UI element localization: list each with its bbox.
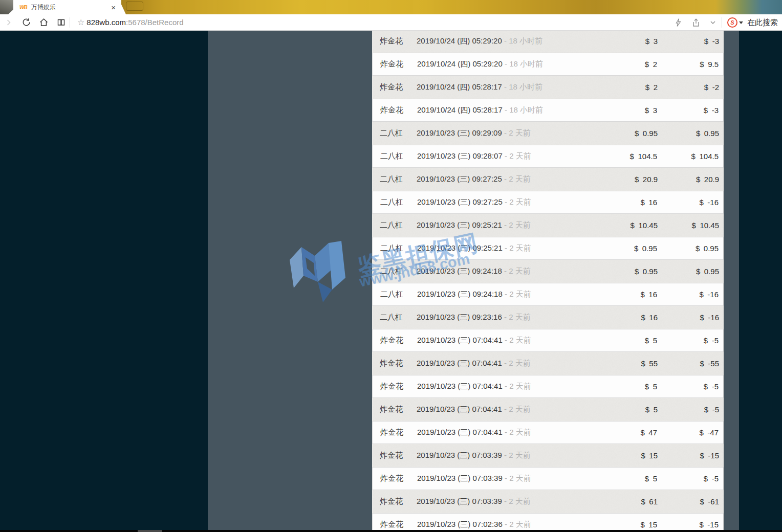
win-loss-amount: $ -3 — [658, 37, 719, 46]
relative-time: - 2 天前 — [502, 174, 531, 183]
relative-time: - 18 小时前 — [503, 59, 543, 68]
relative-time: - 2 天前 — [502, 405, 531, 413]
desktop-wallpaper — [118, 0, 782, 14]
bet-record-row: 二八杠 2019/10/23 (三) 09:23:16 - 2 天前 $ 16 … — [372, 306, 724, 329]
bottom-edge-bar — [0, 530, 782, 532]
win-loss-amount: $ -47 — [657, 428, 719, 437]
bet-amount: $ 20.9 — [606, 175, 658, 184]
home-icon[interactable] — [35, 14, 52, 31]
relative-time: - 18 小时前 — [503, 105, 543, 114]
bet-amount: $ 5 — [606, 336, 657, 345]
win-loss-amount: $ 20.9 — [658, 175, 719, 184]
bet-record-row: 炸金花 2019/10/23 (三) 07:04:41 - 2 天前 $ 55 … — [372, 352, 724, 375]
bet-amount: $ 47 — [606, 428, 657, 437]
page-background-left — [0, 31, 208, 530]
game-name: 炸金花 — [380, 520, 417, 529]
bet-record-row: 炸金花 2019/10/23 (三) 07:03:39 - 2 天前 $ 15 … — [372, 444, 724, 467]
url-path: :5678/BetRecord — [126, 18, 184, 27]
bet-amount: $ 5 — [606, 382, 657, 391]
share-icon[interactable] — [687, 14, 704, 31]
reading-list-icon[interactable] — [52, 14, 70, 31]
bet-amount: $ 16 — [606, 198, 657, 207]
bet-amount: $ 104.5 — [606, 152, 657, 161]
bet-record-row: 炸金花 2019/10/23 (三) 07:03:39 - 2 天前 $ 61 … — [372, 490, 724, 513]
page-background-right — [739, 31, 782, 530]
bet-amount: $ 15 — [606, 451, 658, 460]
bet-amount: $ 16 — [606, 313, 658, 322]
browser-tab[interactable]: WB 万博娱乐 × — [13, 0, 121, 14]
relative-time: - 2 天前 — [503, 382, 531, 390]
lightning-icon[interactable] — [669, 14, 687, 31]
site-favicon-icon: WB — [19, 5, 27, 10]
game-name: 炸金花 — [380, 336, 417, 345]
bet-record-row: 二八杠 2019/10/23 (三) 09:25:21 - 2 天前 $ 10.… — [372, 214, 724, 237]
bet-datetime: 2019/10/23 (三) 09:25:21 - 2 天前 — [417, 220, 606, 230]
game-name: 二八杠 — [380, 197, 417, 207]
bet-record-row: 炸金花 2019/10/23 (三) 07:04:41 - 2 天前 $ 5 $… — [372, 329, 724, 352]
relative-time: - 2 天前 — [503, 197, 531, 206]
game-name: 炸金花 — [380, 451, 417, 460]
bet-record-row: 二八杠 2019/10/23 (三) 09:29:09 - 2 天前 $ 0.9… — [372, 122, 724, 145]
win-loss-amount: $ 104.5 — [657, 152, 719, 161]
chevron-down-icon[interactable] — [704, 14, 722, 31]
relative-time: - 2 天前 — [502, 220, 531, 229]
bet-datetime: 2019/10/23 (三) 09:27:25 - 2 天前 — [417, 197, 606, 207]
game-name: 炸金花 — [380, 382, 417, 391]
game-name: 炸金花 — [380, 82, 417, 92]
refresh-icon[interactable] — [17, 14, 35, 31]
bet-datetime: 2019/10/24 (四) 05:28:17 - 18 小时前 — [417, 105, 606, 115]
win-loss-amount: $ 10.45 — [658, 221, 719, 230]
forward-chevron-icon[interactable] — [0, 14, 17, 31]
bet-datetime: 2019/10/24 (四) 05:29:20 - 18 小时前 — [417, 59, 606, 69]
toolbar-right-cluster: S 在此搜索 — [669, 14, 781, 31]
relative-time: - 2 天前 — [503, 474, 531, 482]
win-loss-amount: $ -16 — [657, 290, 719, 299]
search-box[interactable]: 在此搜索 — [747, 18, 778, 28]
game-name: 炸金花 — [380, 59, 417, 69]
relative-time: - 18 小时前 — [502, 82, 542, 91]
bet-amount: $ 10.45 — [606, 221, 658, 230]
search-engine-caret-icon[interactable] — [739, 21, 743, 24]
new-tab-button[interactable] — [126, 2, 143, 11]
favorite-star-icon[interactable]: ☆ — [77, 17, 84, 27]
game-name: 炸金花 — [380, 428, 417, 437]
bet-datetime: 2019/10/23 (三) 07:04:41 - 2 天前 — [417, 359, 606, 368]
bet-amount: $ 0.95 — [606, 267, 658, 276]
bet-amount: $ 2 — [606, 60, 657, 69]
bet-datetime: 2019/10/23 (三) 07:04:41 - 2 天前 — [417, 405, 606, 414]
address-bar[interactable]: 828wb.com:5678/BetRecord — [86, 18, 183, 27]
bet-record-row: 炸金花 2019/10/23 (三) 07:03:39 - 2 天前 $ 5 $… — [372, 467, 724, 490]
game-name: 二八杠 — [380, 151, 417, 161]
win-loss-amount: $ -55 — [658, 359, 719, 368]
bet-amount: $ 0.95 — [606, 244, 657, 253]
bet-record-row: 炸金花 2019/10/24 (四) 05:28:17 - 18 小时前 $ 2… — [372, 76, 724, 99]
win-loss-amount: $ -16 — [658, 313, 719, 322]
bet-record-row: 二八杠 2019/10/23 (三) 09:27:25 - 2 天前 $ 16 … — [372, 191, 724, 214]
bet-amount: $ 55 — [606, 359, 658, 368]
bet-amount: $ 3 — [606, 37, 658, 46]
win-loss-amount: $ 0.95 — [658, 267, 719, 276]
win-loss-amount: $ 0.95 — [657, 244, 719, 253]
sogou-search-icon[interactable]: S — [727, 17, 737, 28]
browser-toolbar: ☆ 828wb.com:5678/BetRecord S 在此搜索 — [0, 14, 782, 31]
game-name: 二八杠 — [380, 290, 417, 299]
bet-record-page: 炸金花 2019/10/24 (四) 05:29:20 - 18 小时前 $ 3… — [0, 31, 782, 530]
bet-amount: $ 3 — [606, 106, 657, 115]
bet-amount: $ 15 — [606, 520, 657, 529]
game-name: 二八杠 — [380, 313, 417, 322]
bet-datetime: 2019/10/23 (三) 09:23:16 - 2 天前 — [417, 313, 606, 322]
win-loss-amount: $ -5 — [657, 474, 719, 483]
game-name: 炸金花 — [380, 105, 417, 115]
game-name: 炸金花 — [380, 36, 417, 46]
win-loss-amount: $ -5 — [657, 382, 719, 391]
bet-datetime: 2019/10/23 (三) 07:03:39 - 2 天前 — [417, 497, 606, 506]
bet-datetime: 2019/10/23 (三) 09:24:18 - 2 天前 — [417, 290, 606, 299]
tab-close-icon[interactable]: × — [108, 4, 118, 11]
bet-datetime: 2019/10/24 (四) 05:28:17 - 18 小时前 — [417, 82, 606, 92]
manbetx-logo-watermark-icon — [288, 237, 351, 306]
relative-time: - 2 天前 — [503, 520, 531, 528]
bet-datetime: 2019/10/23 (三) 09:29:09 - 2 天前 — [417, 128, 606, 138]
bet-record-row: 二八杠 2019/10/23 (三) 09:25:21 - 2 天前 $ 0.9… — [372, 237, 724, 260]
bet-datetime: 2019/10/23 (三) 09:25:21 - 2 天前 — [417, 243, 606, 253]
bet-record-row: 炸金花 2019/10/24 (四) 05:29:20 - 18 小时前 $ 2… — [372, 53, 724, 76]
